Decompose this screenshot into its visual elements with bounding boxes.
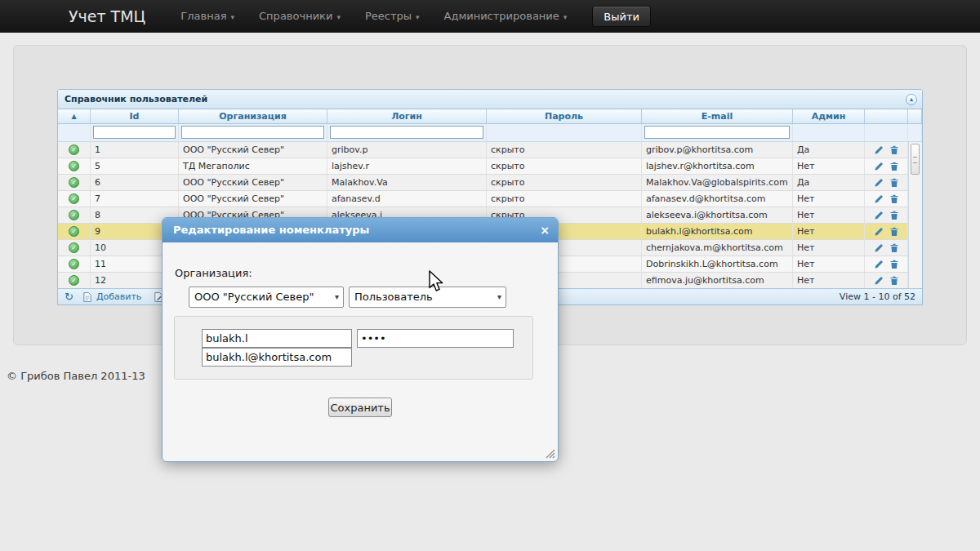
scrollbar-thumb[interactable] [911,144,920,175]
table-row[interactable]: ✓ 7 ООО "Русский Север" afanasev.d скрыт… [58,191,922,207]
caret-down-icon: ▾ [336,13,341,21]
menu-item-administration[interactable]: Администрирование▾ [432,0,580,33]
cell-login: Malakhov.Va [327,175,487,190]
grid-filter-row [58,124,922,142]
menu-item-registries[interactable]: Реестры▾ [353,0,432,33]
status-ok-icon: ✓ [69,177,79,188]
password-input[interactable] [357,329,514,348]
cell-id: 5 [91,158,179,174]
row-actions-cell [865,158,908,174]
row-status-cell: ✓ [58,191,91,207]
status-ok-icon: ✓ [69,210,79,220]
delete-icon[interactable] [889,178,899,188]
cell-login: afanasev.d [327,191,487,207]
column-header-password[interactable]: Пароль [487,109,642,123]
cell-admin: Нет [793,191,865,207]
cell-organization: ООО "Русский Север" [179,175,327,190]
column-header-status[interactable]: ▲ [58,109,91,123]
email-input[interactable] [202,348,352,367]
cell-admin: Нет [793,273,865,288]
main-menu: Главная▾ Справочники▾ Реестры▾ Администр… [168,0,579,33]
vertical-scrollbar[interactable] [908,142,922,288]
cell-login: gribov.p [327,142,487,158]
row-actions-cell [865,240,908,256]
delete-icon[interactable] [889,276,899,286]
add-record-icon [83,292,93,302]
role-select[interactable]: Пользователь ▾ [349,287,506,308]
filter-id-input[interactable] [93,126,176,139]
menu-item-home[interactable]: Главная▾ [168,0,247,33]
organization-select[interactable]: ООО "Русский Север" ▾ [189,287,344,308]
status-ok-icon: ✓ [69,226,79,237]
row-actions-cell [865,273,908,288]
edit-icon[interactable] [874,276,884,286]
refresh-icon[interactable]: ↻ [65,291,74,302]
cell-email: Malakhov.Va@globalspirits.com [642,175,793,190]
table-row[interactable]: ✓ 6 ООО "Русский Север" Malakhov.Va скры… [58,175,922,191]
cell-password: скрыто [487,158,642,174]
delete-icon[interactable] [889,260,899,269]
table-row[interactable]: ✓ 1 ООО "Русский Север" gribov.p скрыто … [58,142,922,158]
column-header-admin[interactable]: Админ [793,109,865,123]
row-actions-cell [865,191,908,207]
table-row[interactable]: ✓ 5 ТД Мегаполис lajshev.r скрыто lajshe… [58,158,922,175]
status-ok-icon: ✓ [69,242,79,253]
collapse-grid-icon[interactable]: ▴ [906,94,917,105]
edit-icon[interactable] [874,227,884,237]
close-icon[interactable]: × [540,218,550,242]
delete-icon[interactable] [889,243,899,253]
delete-icon[interactable] [889,162,899,171]
app-brand[interactable]: Учет ТМЦ [69,7,145,25]
filter-email-input[interactable] [644,126,790,139]
edit-icon[interactable] [874,243,884,253]
login-input[interactable] [202,329,352,348]
cell-email: bulakh.l@khortitsa.com [642,224,793,239]
cell-login: lajshev.r [327,158,487,174]
filter-organization-input[interactable] [181,126,324,139]
cell-password: скрыто [487,142,642,158]
cell-email: alekseeva.i@khortitsa.com [642,207,793,223]
edit-icon[interactable] [874,260,884,269]
delete-icon[interactable] [889,211,899,220]
column-header-organization[interactable]: Организация [179,109,327,123]
row-status-cell: ✓ [58,273,91,288]
status-ok-icon: ✓ [69,193,79,204]
caret-down-icon: ▾ [416,13,420,21]
edit-dialog: Редактирование номенклатуры × Организаци… [162,217,559,462]
chevron-down-icon: ▾ [335,287,339,307]
edit-icon[interactable] [874,211,884,220]
filter-login-input[interactable] [330,126,483,139]
column-header-id[interactable]: Id [91,109,179,123]
cell-admin: Да [793,142,865,158]
cell-email: efimova.ju@khortitsa.com [642,273,793,288]
cell-id: 1 [91,142,179,158]
chevron-down-icon: ▾ [497,287,501,307]
logout-button[interactable]: Выйти [592,6,651,27]
resize-handle-icon[interactable] [546,449,555,459]
column-header-login[interactable]: Логин [327,109,487,123]
cell-admin: Нет [793,224,865,239]
edit-icon[interactable] [874,194,884,204]
menu-item-directories[interactable]: Справочники▾ [247,0,353,33]
save-button[interactable]: Сохранить [328,398,392,417]
add-button[interactable]: Добавить [83,291,141,302]
status-ok-icon: ✓ [69,161,79,171]
delete-icon[interactable] [889,227,899,237]
cell-password: скрыто [487,175,642,190]
edit-icon[interactable] [874,178,884,188]
column-header-email[interactable]: E-mail [642,109,793,123]
caret-down-icon: ▾ [231,13,235,21]
grid-caption-text: Справочник пользователей [65,94,207,104]
dialog-titlebar[interactable]: Редактирование номенклатуры × [163,218,558,242]
cell-email: gribov.p@khortitsa.com [642,142,793,158]
cell-id: 6 [91,175,179,190]
delete-icon[interactable] [889,194,899,204]
top-navbar: Учет ТМЦ Главная▾ Справочники▾ Реестры▾ … [0,0,980,33]
row-status-cell: ✓ [58,207,91,223]
delete-icon[interactable] [889,145,899,155]
edit-icon[interactable] [874,162,884,171]
edit-icon[interactable] [874,145,884,155]
column-header-actions[interactable] [865,109,908,123]
cell-email: lajshev.r@khortitsa.com [642,158,793,174]
cell-admin: Нет [793,207,865,223]
